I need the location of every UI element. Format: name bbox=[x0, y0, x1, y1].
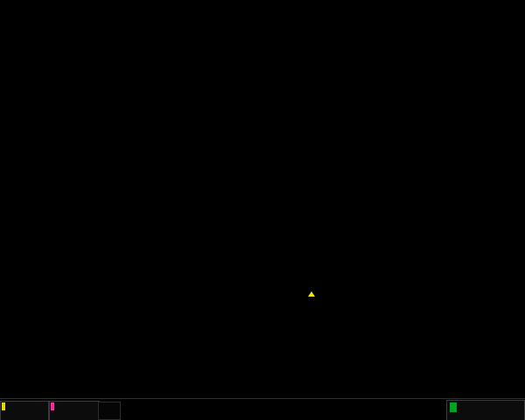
add-trace-button[interactable] bbox=[98, 402, 121, 420]
c1-descriptor-line1 bbox=[1, 402, 48, 410]
channel-c1-descriptor[interactable] bbox=[0, 401, 49, 420]
histicon-strip bbox=[0, 377, 525, 396]
c2-descriptor-line1 bbox=[50, 402, 99, 410]
channel-c2-descriptor[interactable] bbox=[49, 401, 100, 420]
bottom-bar bbox=[0, 398, 525, 420]
trigger-position-marker-icon[interactable] bbox=[308, 291, 315, 297]
hd-badge bbox=[450, 402, 457, 412]
timebase-box[interactable] bbox=[446, 400, 525, 420]
waveform-display[interactable] bbox=[0, 35, 525, 292]
c1-tag bbox=[2, 402, 5, 410]
c2-tag bbox=[51, 402, 54, 410]
timebase-axis bbox=[0, 293, 525, 303]
